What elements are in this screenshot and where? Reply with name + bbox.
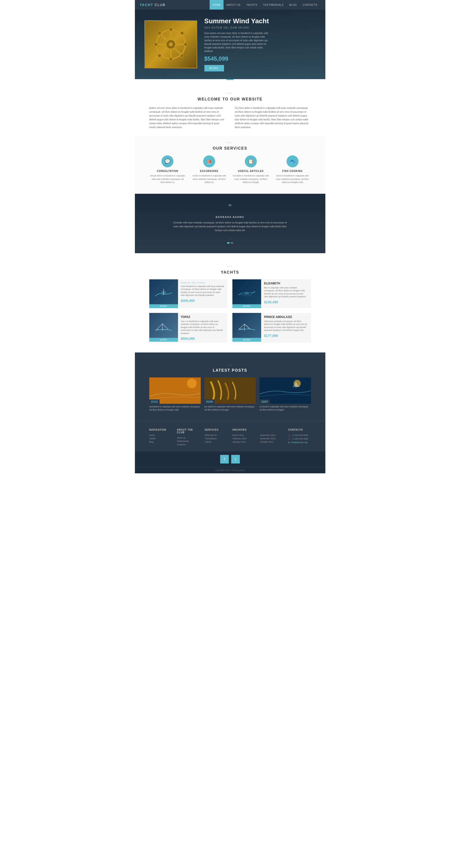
footer-nav-home[interactable]: Home [149, 434, 172, 436]
welcome-columns: Autem vel eum iriure dolor in hendrerit … [149, 106, 311, 129]
footer-nov-2013[interactable]: November 2013 [260, 437, 283, 440]
nav-blog[interactable]: BLOG [286, 0, 300, 9]
svg-line-7 [161, 34, 166, 39]
nav-links: HOME ABOUT US YACHTS TESTIMONIALS BLOG C… [210, 0, 320, 9]
yachts-grid: MORE STAR OF THE OCEAN Ceui hendrerit in… [149, 279, 311, 343]
svg-rect-22 [245, 292, 249, 294]
footer-march-2014[interactable]: March 2014 [232, 434, 255, 436]
footer-phone-1: 📞 +1 800 603 6035 [288, 434, 311, 437]
hero-price: $545,099 [204, 55, 316, 62]
yacht-2-name: ELIZABETH [264, 282, 308, 285]
post-card-1: 21/12 Seendrerit in vulputate velit esse… [149, 377, 201, 411]
yacht-1-more[interactable]: MORE [149, 304, 178, 308]
yachts-title: YACHTS [149, 270, 311, 275]
footer-feb-2014[interactable]: February 2014 [232, 437, 255, 440]
footer-clients[interactable]: Clients [205, 441, 228, 443]
post-image-3: 12/07 [260, 377, 311, 404]
services-dots: ... [149, 139, 311, 144]
services-title: OUR SERVICES [149, 146, 311, 151]
nav-about[interactable]: ABOUT US [224, 0, 243, 9]
footer-archives-col: ARCHIVES March 2014 February 2014 Januar… [232, 429, 255, 447]
welcome-col-2: Ce iriure dolor in hendrerit in vulputat… [235, 106, 311, 129]
service-articles-icon: 📋 [245, 155, 257, 167]
facebook-icon: f [224, 457, 225, 461]
footer-nav-col: NAVIGATION Home Yachts Blog [149, 429, 172, 447]
nav-yachts[interactable]: YACHTS [243, 0, 260, 9]
footer-nav-blog[interactable]: Blog [149, 441, 172, 443]
footer-testimonials[interactable]: Testimonials [177, 440, 200, 442]
footer-social: f t [135, 452, 325, 467]
footer-about-us[interactable]: About us [177, 437, 200, 439]
service-fish-icon: 🐟 [287, 155, 298, 167]
welcome-title: WELCOME TO OUR WEBSITE [149, 97, 311, 101]
yacht-img-bg-2 [232, 279, 261, 308]
footer-nav-yachts[interactable]: Yachts [149, 437, 172, 440]
post-image-2: 01/06 [204, 377, 256, 404]
service-fish: 🐟 FISH COOKING Dere in hendrerit in vulp… [274, 155, 311, 184]
posts-section: ... LATEST POSTS 21/12 Seendrerit in vul… [135, 352, 325, 421]
yachts-section: ... YACHTS MORE STAR OF THE OCEAN Ceui h… [135, 253, 325, 353]
brand-yacht: YACHT [140, 3, 153, 7]
yacht-img-bg-1 [149, 279, 178, 308]
svg-point-11 [169, 28, 172, 31]
yacht-card-2: MORE ELIZABETH But in vulputate velit es… [232, 279, 311, 308]
testimonial-dot-2[interactable] [231, 242, 233, 244]
service-consultation-desc: Deruie dolor in hendrerit in vulputate v… [149, 174, 186, 184]
hero-text: Summer Wind Yacht SES AUTEM VEL EUM IRIU… [204, 17, 316, 71]
email-icon: ✉ [288, 441, 290, 444]
welcome-section: ... WELCOME TO OUR WEBSITE Autem vel eum… [135, 80, 325, 136]
yacht-img-bg-3 [149, 313, 178, 342]
yacht-3-info: TOPAZ Ase r in hendrerit in vulputate ve… [178, 313, 228, 343]
footer-oct-2013[interactable]: October 2013 [260, 441, 283, 443]
services-section: ... OUR SERVICES 💬 CONSULTATION Deruie d… [135, 136, 325, 194]
footer-copyright: Copyright 2015 * Privacy policy [135, 467, 325, 473]
service-excursions-icon: ⛵ [203, 155, 215, 167]
service-excursions-desc: Xmilur in hendrerit in vulputate velit e… [191, 174, 228, 184]
post-1-text: Seendrerit in vulputate velit esse moles… [149, 405, 201, 411]
social-twitter-button[interactable]: t [231, 455, 240, 464]
hero-description: Duis autem vel eum iriure dolor in hendr… [204, 31, 271, 53]
svg-line-9 [175, 34, 181, 39]
yacht-4-more[interactable]: MORE [232, 338, 261, 342]
nav-testimonials[interactable]: TESTIMONIALS [260, 0, 286, 9]
post-2-text: Nu ndrerit in vulputate velit esse moles… [204, 405, 256, 411]
yacht-card-1: MORE STAR OF THE OCEAN Ceui hendrerit in… [149, 279, 228, 308]
testimonial-dot-1[interactable] [227, 242, 230, 244]
svg-point-16 [180, 54, 184, 57]
testimonial-section: " BARBARA ADAMS Cenirate velit esse mole… [135, 194, 325, 253]
yacht-svg-1 [154, 288, 173, 300]
footer-nav-title: NAVIGATION [149, 429, 172, 431]
yacht-3-price: $500,088 [181, 337, 225, 340]
footer-what-we-do[interactable]: What We Do [205, 434, 228, 436]
post-card-3: 12/07 Vu drerit in vulputate velit esse … [260, 377, 311, 411]
yacht-2-more[interactable]: MORE [232, 304, 261, 308]
nav-home[interactable]: HOME [210, 0, 224, 9]
yacht-image-2: MORE [232, 279, 261, 308]
footer-jan-2014[interactable]: January 2014 [232, 441, 255, 443]
hero-content: Summer Wind Yacht SES AUTEM VEL EUM IRIU… [135, 12, 325, 76]
yacht-4-name: PRINCE ABDULAZIZ [264, 315, 308, 319]
hero-image [144, 20, 197, 68]
yacht-svg-2 [237, 288, 256, 300]
social-facebook-button[interactable]: f [220, 455, 229, 464]
post-image-1: 21/12 [149, 377, 201, 404]
testimonial-dots2: ... [149, 236, 311, 240]
phone-1-text: +1 800 603 6035 [292, 434, 308, 436]
phone-2-text: +1 800 603 6066 [292, 438, 308, 440]
yachts-dots: ... [149, 263, 311, 268]
welcome-col-1: Autem vel eum iriure dolor in hendrerit … [149, 106, 225, 129]
nav-contacts[interactable]: CONTACTS [300, 0, 320, 9]
hero-more-button[interactable]: MORE [204, 65, 224, 71]
yacht-3-more[interactable]: MORE [149, 338, 178, 342]
yacht-img-bg-4 [232, 313, 261, 342]
service-excursions: ⛵ EXCURSIONS Xmilur in hendrerit in vulp… [191, 155, 228, 184]
footer-dec-2013[interactable]: December 2013 [260, 434, 283, 436]
footer-contacts-link[interactable]: Contacts [177, 443, 200, 446]
post-3-date: 12/07 [260, 400, 270, 404]
posts-dots: ... [149, 362, 311, 366]
footer-consultation[interactable]: Consultation [205, 437, 228, 440]
service-articles: 📋 USEFUL ARTICLES Vul delor in hendrerit… [232, 155, 269, 184]
footer-services-title: SERVICES [205, 429, 228, 431]
yacht-4-info: PRINCE ABDULAZIZ Velit esse molestie con… [261, 313, 311, 343]
svg-point-26 [187, 379, 196, 388]
